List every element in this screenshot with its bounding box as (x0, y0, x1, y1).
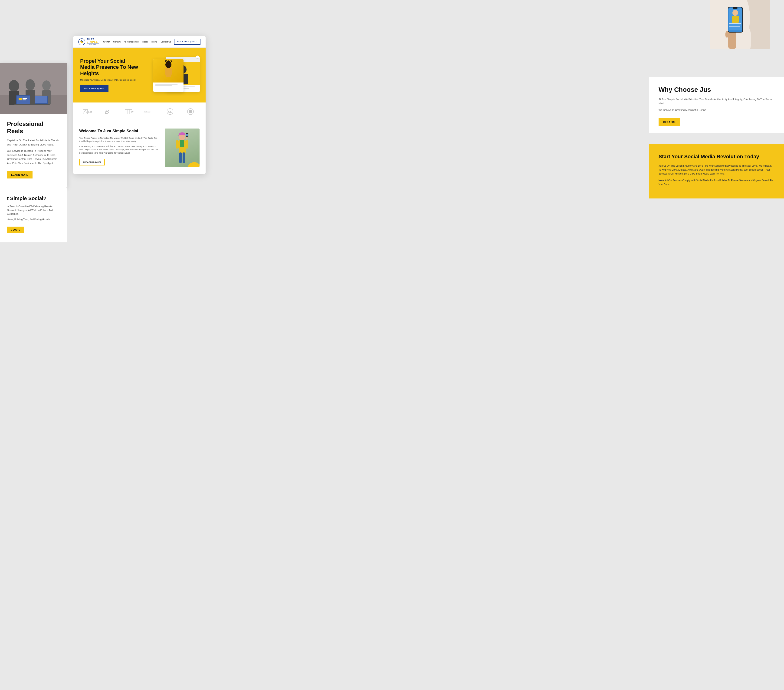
left-panel-title: Professional Reels (7, 121, 60, 135)
card-stack: × (153, 54, 200, 96)
hero-title: Propel Your Social Media Presence To New… (80, 58, 140, 76)
nav-link-ad[interactable]: Ad Management (124, 41, 139, 43)
svg-rect-47 (180, 152, 182, 163)
revolution-note: Note: All Our Services Comply With Socia… (659, 178, 775, 187)
bottom-left-text: t Simple Social? ur Team Is Committed To… (0, 188, 68, 243)
navbar: JUST SIMPLE — SOCIAL — Growth Content Ad… (73, 36, 206, 48)
svg-rect-13 (33, 104, 50, 105)
brand-logo-3 (123, 107, 135, 116)
welcome-para2: It's A Pathway To Connection, Visibility… (79, 145, 160, 155)
brands-strip: LST B BizBoss.io (73, 102, 206, 121)
svg-point-6 (42, 81, 51, 91)
hero-cta-button[interactable]: GET A FREE QUOTE (80, 85, 109, 92)
svg-rect-30 (125, 109, 132, 114)
nav-link-content[interactable]: Content (113, 41, 120, 43)
svg-rect-58 (729, 26, 740, 27)
svg-rect-59 (733, 7, 738, 8)
left-panel: Professional Reels Capitalize On The Lat… (0, 63, 68, 188)
bottom-left-line1: ur Team Is Committed To Delivering Resul… (7, 205, 60, 216)
why-choose-para2: We Believe In Creating Meaningful Conne (659, 108, 775, 112)
hero-visual: × (152, 52, 201, 99)
svg-point-38 (189, 110, 192, 113)
phone-holding-image (710, 0, 770, 49)
nav-cta-button[interactable]: GET A FREE QUOTE (174, 39, 201, 45)
welcome-para1: Your Trusted Partner In Navigating The V… (79, 136, 160, 143)
welcome-image (165, 129, 199, 167)
why-choose-para1: At Just Simple Social, We Prioritize You… (659, 97, 775, 106)
welcome-section: Welcome To Just Simple Social Your Trust… (73, 121, 206, 174)
left-panel-content: Professional Reels Capitalize On The Lat… (0, 114, 68, 178)
svg-point-54 (733, 10, 738, 16)
why-choose-cta-button[interactable]: GET A FRE (659, 118, 680, 126)
card-front (153, 59, 183, 92)
svg-point-2 (9, 80, 19, 92)
revolution-note-text: All Our Services Comply With Social Medi… (659, 179, 774, 186)
welcome-text: Welcome To Just Simple Social Your Trust… (79, 129, 160, 165)
svg-rect-56 (729, 23, 741, 24)
bottom-left-cta-button[interactable]: E QUOTE (7, 226, 24, 233)
hero-subtitle: Maximize Your Social Media Impact With J… (80, 79, 140, 81)
svg-rect-41 (180, 140, 184, 147)
revolution-note-label: Note: (659, 179, 665, 182)
svg-text:B: B (105, 109, 109, 115)
welcome-heading: Welcome To Just Simple Social (79, 129, 160, 134)
brand-simple: SIMPLE (87, 41, 99, 43)
svg-marker-33 (132, 111, 134, 113)
brand-social: — SOCIAL — (87, 43, 99, 46)
svg-text:LST: LST (88, 111, 92, 113)
logo: JUST SIMPLE — SOCIAL — (78, 38, 99, 46)
svg-rect-12 (35, 96, 47, 103)
svg-rect-25 (170, 68, 172, 74)
revolution-para1: Join Us On This Exciting Journey And Let… (659, 164, 775, 176)
svg-point-18 (81, 40, 82, 41)
hero-text: Propel Your Social Media Presence To New… (80, 58, 140, 92)
svg-rect-57 (729, 25, 738, 25)
close-icon[interactable]: × (196, 56, 199, 58)
svg-rect-48 (183, 152, 185, 163)
brand-logo-6 (184, 107, 197, 116)
svg-rect-24 (165, 68, 166, 74)
svg-rect-43 (186, 140, 188, 149)
nav-link-growth[interactable]: Growth (103, 41, 110, 43)
svg-text:BizBoss.io: BizBoss.io (143, 111, 150, 113)
svg-rect-16 (23, 99, 26, 101)
nav-links: Growth Content Ad Management Reels Prici… (103, 41, 174, 43)
brand-logo-4: BizBoss.io (143, 107, 156, 116)
svg-rect-55 (732, 16, 739, 23)
bottom-left-heading: t Simple Social? (7, 195, 60, 202)
welcome-cta-button[interactable]: GET A FREE QUOTE (79, 159, 105, 165)
brand-logo-5: GL (164, 107, 176, 116)
svg-text:GL: GL (168, 111, 172, 113)
learn-more-button[interactable]: LEARN MORE (7, 171, 33, 178)
hero-section: Propel Your Social Media Presence To New… (73, 48, 206, 102)
main-panel: JUST SIMPLE — SOCIAL — Growth Content Ad… (73, 36, 206, 174)
revolution-heading: Start Your Social Media Revolution Today (659, 154, 775, 160)
nav-link-pricing[interactable]: Pricing (151, 41, 158, 43)
left-panel-para2: Our Service Is Tailored To Present Your … (7, 149, 60, 165)
svg-rect-14 (18, 98, 22, 101)
left-panel-para1: Capitalize On The Latest Social Media Tr… (7, 139, 60, 147)
nav-link-contact[interactable]: Contact Us (160, 41, 171, 43)
svg-rect-10 (15, 104, 32, 105)
svg-point-22 (165, 61, 171, 68)
svg-rect-46 (186, 134, 188, 136)
svg-point-4 (26, 79, 35, 91)
why-choose-section: Why Choose Jus At Just Simple Social, We… (649, 77, 784, 133)
why-choose-heading: Why Choose Jus (659, 86, 775, 93)
svg-rect-15 (23, 98, 27, 99)
brand-logo-2: B (102, 107, 115, 116)
logo-text: JUST SIMPLE — SOCIAL — (87, 38, 99, 46)
brand-logo-1: LST (82, 107, 94, 116)
revolution-section: Start Your Social Media Revolution Today… (649, 144, 784, 198)
nav-link-reels[interactable]: Reels (142, 41, 148, 43)
office-image (0, 63, 68, 114)
brand-just: JUST (87, 38, 99, 41)
bottom-left-line2: ctions, Building Trust, And Driving Grow… (7, 218, 60, 221)
svg-marker-27 (83, 110, 87, 114)
svg-rect-42 (176, 140, 179, 149)
